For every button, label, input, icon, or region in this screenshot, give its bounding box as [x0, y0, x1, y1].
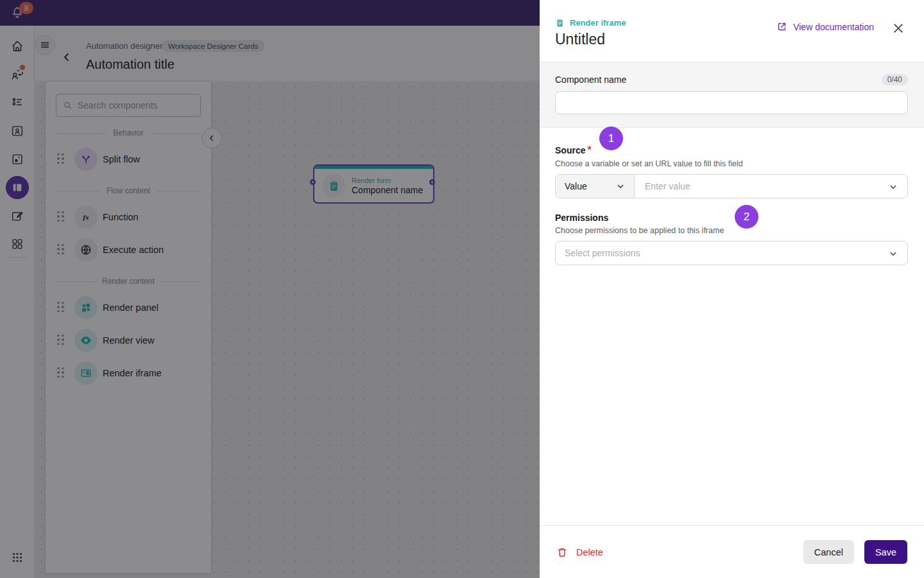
- permissions-select-input[interactable]: [556, 248, 907, 258]
- drawer-type-label: Render iframe: [570, 18, 626, 28]
- step-badge-2: 2: [735, 205, 758, 229]
- drawer-header: Render iframe Untitled View documentatio…: [540, 0, 924, 62]
- source-value-input[interactable]: [635, 175, 907, 198]
- render-iframe-type-icon: [555, 18, 565, 28]
- component-name-label: Component name: [555, 74, 626, 85]
- chevron-down-icon[interactable]: [887, 181, 899, 193]
- modal-overlay[interactable]: [0, 0, 540, 578]
- char-counter-badge: 0/40: [882, 74, 908, 85]
- render-iframe-drawer: Render iframe Untitled View documentatio…: [540, 0, 924, 578]
- view-documentation-label: View documentation: [793, 22, 874, 32]
- delete-label: Delete: [576, 547, 603, 557]
- required-asterisk: *: [587, 144, 591, 155]
- chevron-down-icon: [887, 248, 899, 259]
- permissions-select[interactable]: [555, 241, 908, 265]
- component-name-section: Component name 0/40: [540, 62, 924, 128]
- trash-icon: [556, 547, 568, 558]
- drawer-title: Untitled: [555, 31, 605, 48]
- save-button[interactable]: Save: [864, 540, 907, 564]
- close-icon[interactable]: [892, 22, 905, 35]
- drawer-footer: Delete Cancel Save: [540, 525, 924, 578]
- source-label: Source: [555, 145, 585, 155]
- source-type-value: Value: [565, 181, 587, 191]
- step-badge-1: 1: [599, 127, 623, 150]
- dimmed-workspace: 8: [0, 0, 540, 578]
- component-name-input[interactable]: [555, 91, 908, 114]
- source-type-selector[interactable]: Value: [556, 175, 635, 198]
- source-field: Value: [555, 174, 908, 198]
- permissions-label: Permissions: [555, 213, 908, 223]
- cancel-button[interactable]: Cancel: [803, 540, 854, 564]
- chevron-down-icon: [615, 180, 626, 192]
- drawer-body: Source* Choose a variable or set an URL …: [540, 128, 924, 265]
- external-link-icon: [776, 21, 787, 32]
- delete-button[interactable]: Delete: [556, 547, 603, 558]
- permissions-helper-text: Choose permissions to be applied to this…: [555, 226, 908, 235]
- view-documentation-link[interactable]: View documentation: [776, 21, 874, 32]
- source-helper-text: Choose a variable or set an URL value to…: [555, 159, 908, 168]
